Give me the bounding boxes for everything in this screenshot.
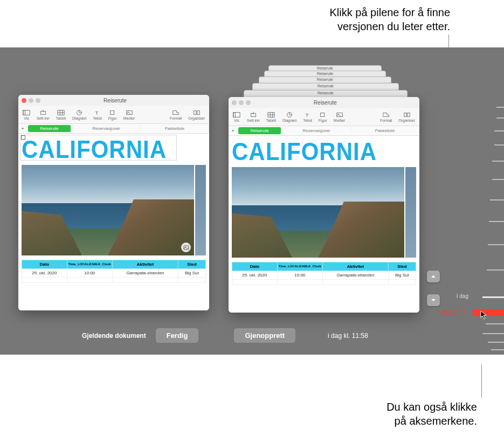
timeline-tick[interactable] [496, 107, 504, 108]
timeline-tick[interactable] [482, 333, 504, 334]
timeline-tick[interactable] [496, 117, 504, 119]
th-aktivitet: Aktivitet [322, 262, 388, 271]
toolbar-figur[interactable]: Figur [106, 108, 119, 121]
zoom-dot-icon[interactable] [36, 98, 40, 103]
th-aktivitet: Aktivitet [112, 260, 178, 269]
toolbar-organiser[interactable]: Organiser [396, 110, 417, 123]
timeline-tick[interactable] [487, 269, 504, 271]
svg-rect-13 [194, 110, 196, 114]
data-table: Dato Time_LOCALIZABLE_Clock Aktivitet St… [232, 262, 416, 285]
timeline-tick[interactable] [488, 244, 504, 245]
callout-bottom-line1: Du kan også klikke [386, 400, 477, 414]
toolbar-vis[interactable]: Vis [20, 108, 32, 121]
timeline-tick[interactable] [489, 221, 504, 222]
toolbar-organiser[interactable]: Organiser [186, 108, 207, 121]
photo-main [232, 167, 404, 258]
toolbar-medier[interactable]: Medier [121, 108, 137, 121]
toolbar-tabell[interactable]: Tabell [264, 110, 278, 123]
svg-rect-18 [233, 112, 236, 117]
toolbar-figur[interactable]: Figur [316, 110, 329, 123]
toolbar-tekst[interactable]: TTekst [301, 110, 314, 123]
timeline-tick-today[interactable] [482, 296, 504, 298]
toolbar-diagram[interactable]: Diagram [70, 108, 88, 121]
toolbar-vis[interactable]: Vis [231, 110, 243, 123]
svg-rect-17 [233, 112, 240, 117]
window-title: Reiserute [251, 100, 400, 106]
traffic-lights [232, 100, 251, 105]
document-window-current[interactable]: Reiserute Vis Sett inn Tabell Diagram TT… [18, 95, 209, 310]
timeline-tick[interactable] [494, 144, 504, 146]
tab-reservasjoner[interactable]: Reservasjoner [282, 127, 351, 134]
image-badge-icon[interactable] [181, 243, 191, 252]
toolbar-format[interactable]: Format [168, 108, 184, 121]
svg-rect-28 [336, 113, 342, 116]
close-dot-icon[interactable] [22, 98, 26, 103]
minimize-dot-icon [239, 100, 244, 105]
add-sheet-button[interactable]: + [18, 126, 27, 131]
leader-line-bottom [481, 364, 482, 398]
photo-row [22, 165, 206, 255]
toolbar-settinn[interactable]: Sett inn [245, 110, 262, 123]
svg-rect-11 [126, 110, 132, 114]
timeline-label-today: I dag [457, 293, 468, 299]
tab-pakkeliste[interactable]: Pakkeliste [351, 127, 419, 134]
done-button[interactable]: Ferdig [156, 328, 199, 343]
time-machine-stage: Reiserute Reiserute Reiserute Reiserute … [0, 47, 504, 355]
table-row[interactable]: 25. okt. 2020 10:00 Garrapata-stranden B… [22, 269, 206, 278]
traffic-lights [22, 98, 40, 103]
timeline-label-current: I dag 11:17 [439, 309, 466, 315]
data-table[interactable]: Dato Time_LOCALIZABLE_Clock Aktivitet St… [22, 260, 206, 283]
titlebar: Reiserute [18, 95, 209, 106]
photo-row [232, 167, 416, 258]
th-dato: Dato [22, 260, 67, 269]
sheet-tabs: + Reiserute Reservasjoner Pakkeliste [229, 126, 419, 136]
version-timestamp: i dag kl. 11:58 [328, 332, 368, 340]
timeline-tick[interactable] [490, 199, 504, 200]
version-up-arrow[interactable] [427, 271, 440, 282]
timeline-tick[interactable] [488, 342, 504, 343]
table-row: 25. okt. 2020 10:00 Garrapata-stranden B… [232, 271, 416, 280]
toolbar-tabell[interactable]: Tabell [54, 108, 68, 121]
toolbar-format[interactable]: Format [378, 110, 394, 123]
callout-bottom: Du kan også klikke på aksemerkene. [386, 400, 477, 428]
timeline-tick[interactable] [492, 179, 504, 180]
timeline-tick-current[interactable] [473, 309, 504, 316]
window-title: Reiserute [40, 98, 190, 103]
photo-side [195, 165, 206, 255]
tab-reservasjoner[interactable]: Reservasjoner [72, 125, 141, 132]
th-time: Time_LOCALIZABLE_Clock [67, 260, 112, 269]
svg-rect-14 [197, 110, 199, 114]
timeline-tick[interactable] [491, 349, 504, 350]
version-down-arrow[interactable] [427, 294, 440, 306]
tab-pakkeliste[interactable]: Pakkeliste [141, 125, 209, 132]
callout-top: Klikk på pilene for å finne versjonen du… [330, 5, 450, 33]
document-window-version[interactable]: Reiserute Vis Sett inn Tabell Diagram TT… [229, 97, 419, 313]
timeline-tick[interactable] [486, 323, 504, 324]
svg-rect-10 [110, 110, 114, 114]
photo-main[interactable] [22, 165, 194, 255]
toolbar-settinn[interactable]: Sett inn [34, 108, 52, 121]
cursor-icon [480, 310, 488, 320]
svg-rect-30 [404, 113, 406, 116]
th-time: Time_LOCALIZABLE_Clock [277, 262, 322, 271]
toolbar-diagram[interactable]: Diagram [280, 110, 299, 123]
document-body: CALIFORNIA Dato Time_LOCALIZABLE_Clock [18, 134, 209, 310]
timeline-tick[interactable] [494, 130, 504, 132]
svg-text:T: T [305, 112, 308, 117]
toolbar-tekst[interactable]: TTekst [91, 108, 104, 121]
toolbar: Vis Sett inn Tabell Diagram TTekst Figur… [229, 108, 419, 126]
table-header-row: Dato Time_LOCALIZABLE_Clock Aktivitet St… [232, 262, 416, 271]
document-heading[interactable]: CALIFORNIA [22, 136, 206, 164]
th-sted: Sted [178, 260, 206, 269]
add-sheet-button[interactable]: + [229, 128, 237, 133]
version-timeline: I dag I dag 11:17 [472, 107, 504, 355]
restore-button[interactable]: Gjenopprett [234, 328, 295, 343]
timeline-tick[interactable] [492, 161, 504, 162]
tab-reiserute[interactable]: Reiserute [238, 127, 281, 134]
document-heading: CALIFORNIA [232, 138, 416, 167]
tab-reiserute[interactable]: Reiserute [28, 125, 71, 132]
table-row[interactable] [22, 278, 206, 283]
minimize-dot-icon[interactable] [29, 98, 33, 103]
toolbar-medier[interactable]: Medier [332, 110, 347, 123]
document-body: CALIFORNIA Dato Time_LOCALIZABLE_Clock A… [229, 136, 419, 313]
